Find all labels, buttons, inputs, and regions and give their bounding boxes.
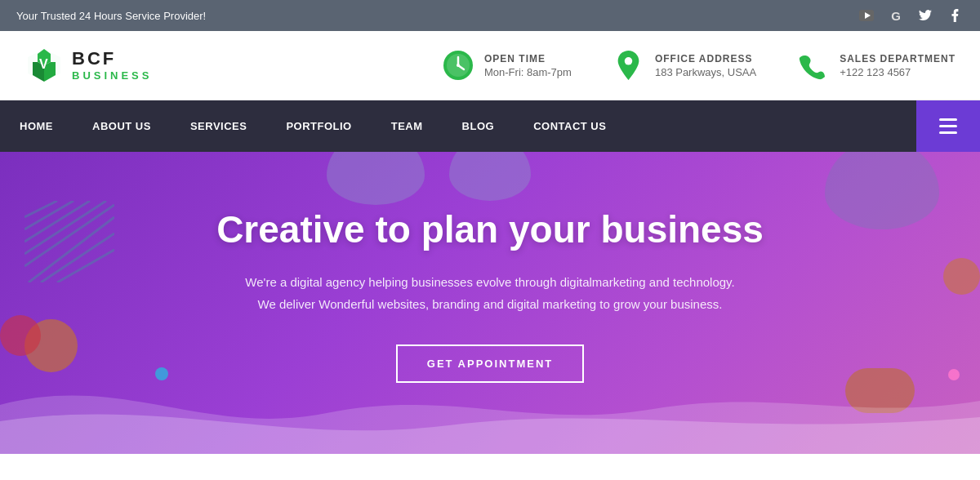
open-time-info: OPEN TIME Mon-Fri: 8am-7pm [442, 49, 572, 82]
office-address-label: OFFICE ADDRESS [655, 53, 756, 64]
svg-point-8 [625, 57, 633, 65]
blob-top-2 [449, 152, 531, 201]
logo[interactable]: V BCF BUSINESS [24, 46, 152, 85]
social-icons: G [858, 7, 964, 24]
svg-text:V: V [39, 57, 48, 71]
logo-tagline: BUSINESS [72, 69, 152, 82]
sales-dept-value: +122 123 4567 [840, 66, 956, 78]
hero-title: Creative to plan your business [216, 207, 764, 251]
svg-line-11 [24, 201, 90, 242]
nav-item-blog[interactable]: BLOG [443, 102, 514, 150]
hamburger-icon [939, 118, 957, 134]
office-address-value: 183 Parkways, USAA [655, 66, 756, 78]
top-bar: Your Trusted 24 Hours Service Provider! … [0, 0, 980, 31]
nav-items: HOME ABOUT US SERVICES PORTFOLIO TEAM BL… [0, 102, 916, 150]
office-address-info: OFFICE ADDRESS 183 Parkways, USAA [612, 49, 756, 82]
logo-text: BCF BUSINESS [72, 48, 152, 82]
google-icon[interactable]: G [887, 7, 905, 24]
hero-section: Creative to plan your business We're a d… [0, 152, 980, 454]
top-bar-message: Your Trusted 24 Hours Service Provider! [16, 10, 206, 22]
nav-item-contact[interactable]: CONTACT US [514, 102, 626, 150]
nav-bar: HOME ABOUT US SERVICES PORTFOLIO TEAM BL… [0, 100, 980, 152]
nav-item-services[interactable]: SERVICES [171, 102, 267, 150]
svg-line-14 [29, 217, 114, 282]
blob-pink-left [0, 315, 41, 356]
nav-item-home[interactable]: HOME [0, 102, 73, 150]
clock-icon [442, 49, 474, 82]
svg-point-7 [457, 64, 460, 67]
location-icon [612, 49, 645, 82]
phone-icon [797, 49, 830, 82]
sales-dept-info: SALES DEPARTMENT +122 123 4567 [797, 49, 956, 82]
open-time-label: OPEN TIME [484, 53, 572, 64]
facebook-icon[interactable] [946, 7, 964, 24]
open-time-text: OPEN TIME Mon-Fri: 8am-7pm [484, 53, 572, 78]
hamburger-menu-button[interactable] [916, 100, 980, 152]
office-address-text: OFFICE ADDRESS 183 Parkways, USAA [655, 53, 756, 78]
twitter-icon[interactable] [916, 7, 934, 24]
svg-line-15 [41, 233, 114, 282]
diagonal-lines-decoration [24, 201, 114, 282]
nav-item-portfolio[interactable]: PORTFOLIO [266, 102, 371, 150]
hero-subtitle-line1: We're a digital agency helping businesse… [245, 275, 734, 289]
nav-item-team[interactable]: TEAM [372, 102, 443, 150]
blob-top-right [825, 152, 939, 229]
youtube-icon[interactable] [858, 7, 875, 24]
get-appointment-button[interactable]: GET APPOINTMENT [396, 344, 584, 383]
header: V BCF BUSINESS OPEN TIME Mon-Fri: 8am-7p… [0, 31, 980, 100]
blob-orange-right [943, 258, 980, 295]
header-info: OPEN TIME Mon-Fri: 8am-7pm OFFICE ADDRES… [201, 49, 956, 82]
sales-dept-text: SALES DEPARTMENT +122 123 4567 [840, 53, 956, 78]
open-time-value: Mon-Fri: 8am-7pm [484, 66, 572, 78]
blob-top-1 [327, 152, 425, 205]
logo-icon: V [24, 46, 64, 85]
svg-line-9 [24, 201, 57, 217]
sales-dept-label: SALES DEPARTMENT [840, 53, 956, 64]
hero-subtitle-line2: We deliver Wonderful websites, branding … [258, 297, 723, 311]
nav-item-about[interactable]: ABOUT US [73, 102, 171, 150]
logo-brand: BCF [72, 48, 152, 69]
hero-subtitle: We're a digital agency helping businesse… [245, 271, 734, 315]
